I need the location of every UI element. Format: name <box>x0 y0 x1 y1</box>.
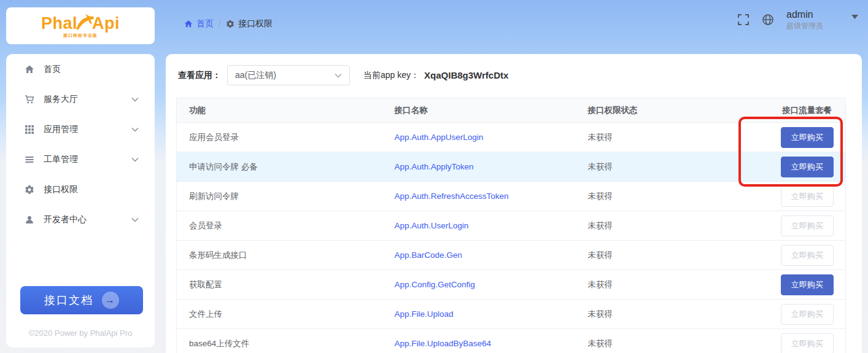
sidebar-item-0[interactable]: 首页 <box>6 54 155 84</box>
breadcrumb-home[interactable]: 首页 <box>184 18 214 29</box>
user-name: admin <box>786 9 823 21</box>
api-cell: App.Auth.RefreshAccessToken <box>382 182 576 211</box>
logo-text: Phal Api <box>41 14 120 34</box>
api-link[interactable]: App.Auth.UserLogin <box>395 221 469 230</box>
api-link[interactable]: App.BarCode.Gen <box>395 250 462 260</box>
sidebar-item-4[interactable]: 接口权限 <box>6 174 155 204</box>
feature-cell: 刷新访问令牌 <box>177 182 382 211</box>
chevron-down-icon <box>131 97 139 102</box>
buy-button: 立即购买 <box>781 333 834 353</box>
app-key-label: 当前app key： <box>363 70 419 81</box>
table-row: 应用会员登录App.Auth.AppUserLogin未获得立即购买 <box>177 123 846 152</box>
table-row: 获取配置App.Config.GetConfig未获得立即购买 <box>177 270 846 300</box>
api-docs-button[interactable]: 接口文档 → <box>20 286 143 314</box>
table-row: base64上传文件App.File.UploadByBase64未获得立即购买 <box>177 329 846 353</box>
api-cell: App.Auth.UserLogin <box>382 211 576 241</box>
status-cell: 未获得 <box>576 211 769 241</box>
main-panel: 查看应用： aa(已注销) 当前app key： XqaQIB8g3WrfcDt… <box>166 54 862 353</box>
api-cell: App.File.Upload <box>382 300 576 329</box>
status-cell: 未获得 <box>576 123 769 152</box>
column-header: 功能 <box>177 98 382 123</box>
sidebar-item-2[interactable]: 应用管理 <box>6 114 155 144</box>
sidebar-item-3[interactable]: 工单管理 <box>6 144 155 174</box>
breadcrumb-current-label: 接口权限 <box>238 18 273 29</box>
sidebar-item-label: 工单管理 <box>44 154 78 165</box>
user-menu[interactable]: admin 超级管理员 <box>786 9 858 31</box>
breadcrumb-separator: / <box>219 19 221 29</box>
column-header: 接口权限状态 <box>576 98 769 123</box>
app-select-value: aa(已注销) <box>235 70 276 81</box>
buy-cell: 立即购买 <box>769 182 846 211</box>
table-row: 会员登录App.Auth.UserLogin未获得立即购买 <box>177 211 846 241</box>
status-cell: 未获得 <box>576 182 769 211</box>
logo-text-right: Api <box>92 14 120 33</box>
api-link[interactable]: App.File.Upload <box>395 309 454 319</box>
toolbar: 查看应用： aa(已注销) 当前app key： XqaQIB8g3WrfcDt… <box>178 65 862 85</box>
api-cell: App.Config.GetConfig <box>382 270 576 300</box>
copyright: ©2020 Power by PhalApi Pro <box>6 328 155 338</box>
app-key-value: XqaQIB8g3WrfcDtx <box>424 70 508 80</box>
sidebar-item-1[interactable]: 服务大厅 <box>6 84 155 114</box>
buy-button[interactable]: 立即购买 <box>781 274 834 295</box>
feature-cell: 会员登录 <box>177 211 382 241</box>
api-link[interactable]: App.Auth.ApplyToken <box>395 162 474 171</box>
sidebar-item-label: 应用管理 <box>44 124 78 135</box>
chevron-down-icon <box>131 217 139 222</box>
buy-button: 立即购买 <box>781 215 834 236</box>
status-cell: 未获得 <box>576 329 769 353</box>
table-header-row: 功能接口名称接口权限状态接口流量套餐 <box>177 98 846 123</box>
feature-cell: base64上传文件 <box>177 329 382 353</box>
table-row: 文件上传App.File.Upload未获得立即购买 <box>177 300 846 329</box>
chevron-down-icon <box>131 127 139 132</box>
user-role: 超级管理员 <box>786 21 823 31</box>
arrow-right-icon: → <box>102 292 119 309</box>
breadcrumb: 首页 / 接口权限 <box>184 18 273 29</box>
table-row: 申请访问令牌 必备App.Auth.ApplyToken未获得立即购买 <box>177 152 846 182</box>
caret-down-icon <box>851 15 858 19</box>
feature-cell: 申请访问令牌 必备 <box>177 152 382 182</box>
buy-cell: 立即购买 <box>769 270 846 300</box>
api-docs-label: 接口文档 <box>44 293 93 308</box>
buy-button: 立即购买 <box>781 304 834 325</box>
status-cell: 未获得 <box>576 241 769 270</box>
status-cell: 未获得 <box>576 152 769 182</box>
logo: Phal Api 接口框架专业版 <box>6 7 155 44</box>
logo-text-left: Phal <box>41 14 77 33</box>
cart-icon <box>25 95 34 104</box>
breadcrumb-current[interactable]: 接口权限 <box>226 18 273 29</box>
app-select[interactable]: aa(已注销) <box>227 65 350 85</box>
api-cell: App.BarCode.Gen <box>382 241 576 270</box>
buy-button: 立即购买 <box>781 245 834 266</box>
buy-cell: 立即购买 <box>769 211 846 241</box>
buy-button[interactable]: 立即购买 <box>781 157 834 177</box>
api-link[interactable]: App.Auth.RefreshAccessToken <box>395 192 509 201</box>
buy-cell: 立即购买 <box>769 152 846 182</box>
column-header: 接口流量套餐 <box>769 98 846 123</box>
sidebar: 首页服务大厅应用管理工单管理接口权限开发者中心 接口文档 → ©2020 Pow… <box>6 54 155 347</box>
fullscreen-icon[interactable] <box>737 14 750 26</box>
buy-cell: 立即购买 <box>769 329 846 353</box>
topbar-actions: admin 超级管理员 <box>737 9 858 31</box>
chevron-down-icon <box>335 73 342 78</box>
sidebar-item-label: 首页 <box>44 64 61 75</box>
gear-icon <box>25 185 34 195</box>
user-info: admin 超级管理员 <box>786 9 823 31</box>
feature-cell: 应用会员登录 <box>177 123 382 152</box>
feature-cell: 文件上传 <box>177 300 382 329</box>
table-row: 条形码生成接口App.BarCode.Gen未获得立即购买 <box>177 241 846 270</box>
api-link[interactable]: App.Auth.AppUserLogin <box>395 133 484 142</box>
view-app-label: 查看应用： <box>178 70 221 81</box>
column-header: 接口名称 <box>382 98 576 123</box>
person-icon <box>25 215 34 225</box>
buy-cell: 立即购买 <box>769 300 846 329</box>
home-icon <box>184 20 193 28</box>
api-cell: App.Auth.AppUserLogin <box>382 123 576 152</box>
globe-icon[interactable] <box>762 14 774 26</box>
api-link[interactable]: App.File.UploadByBase64 <box>395 339 492 348</box>
status-cell: 未获得 <box>576 300 769 329</box>
chevron-down-icon <box>131 157 139 162</box>
sidebar-item-5[interactable]: 开发者中心 <box>6 204 155 235</box>
buy-button[interactable]: 立即购买 <box>781 127 834 148</box>
api-link[interactable]: App.Config.GetConfig <box>395 280 475 289</box>
sidebar-item-label: 服务大厅 <box>44 94 78 105</box>
